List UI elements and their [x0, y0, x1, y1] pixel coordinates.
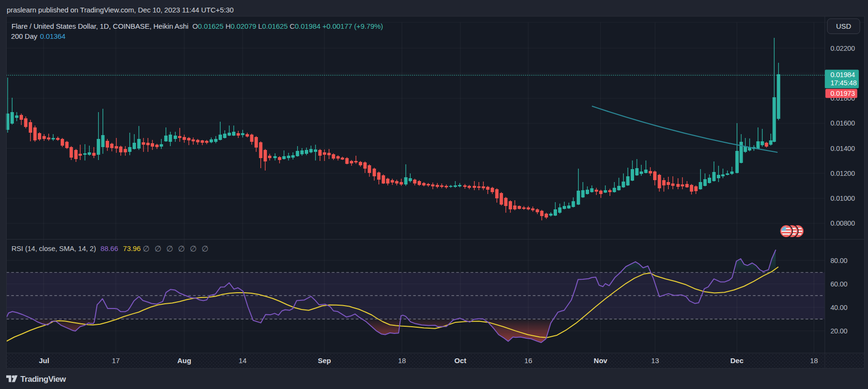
svg-text:73.96: 73.96 — [123, 245, 141, 252]
svg-text:20.00: 20.00 — [831, 327, 847, 335]
svg-text:Oct: Oct — [454, 356, 466, 365]
svg-text:Dec: Dec — [730, 356, 744, 365]
svg-text:∅: ∅ — [178, 244, 185, 253]
svg-text:O0.01625 H0.02079 L0.01625 C0.: O0.01625 H0.02079 L0.01625 C0.01984 +0.0… — [192, 22, 383, 30]
svg-text:Sep: Sep — [318, 356, 331, 365]
svg-text:0.01200: 0.01200 — [831, 170, 855, 177]
svg-text:0.01973: 0.01973 — [831, 90, 855, 97]
svg-text:14: 14 — [239, 356, 247, 365]
svg-text:Nov: Nov — [594, 356, 608, 365]
svg-text:Aug: Aug — [177, 356, 191, 365]
svg-text:0.01000: 0.01000 — [831, 194, 855, 202]
svg-text:0.02200: 0.02200 — [831, 45, 855, 52]
svg-text:∅: ∅ — [155, 244, 161, 253]
svg-text:17: 17 — [112, 356, 120, 365]
svg-text:80.00: 80.00 — [831, 257, 847, 264]
svg-text:17:45:48: 17:45:48 — [831, 79, 857, 87]
svg-text:praslearn published on Trading: praslearn published on TradingView.com, … — [7, 6, 234, 14]
svg-text:0.01364: 0.01364 — [40, 32, 66, 40]
svg-text:∅: ∅ — [143, 244, 149, 253]
svg-text:88.66: 88.66 — [100, 245, 118, 252]
svg-text:USD: USD — [836, 22, 851, 30]
svg-text:RSI (14, close, SMA, 14, 2): RSI (14, close, SMA, 14, 2) — [11, 245, 96, 252]
svg-text:0.01984: 0.01984 — [831, 71, 855, 79]
svg-text:TradingView: TradingView — [21, 374, 67, 384]
svg-text:16: 16 — [524, 356, 533, 365]
svg-text:Flare / United States Dollar,: Flare / United States Dollar, 1D, COINBA… — [11, 22, 189, 30]
svg-text:18: 18 — [810, 356, 818, 365]
svg-text:13: 13 — [651, 356, 659, 365]
svg-text:18: 18 — [398, 356, 406, 365]
svg-text:40.00: 40.00 — [831, 304, 847, 311]
svg-text:Jul: Jul — [39, 356, 49, 365]
svg-text:∅: ∅ — [190, 244, 197, 253]
svg-text:60.00: 60.00 — [831, 280, 847, 288]
svg-text:0.01600: 0.01600 — [831, 119, 855, 127]
svg-text:0.00800: 0.00800 — [831, 219, 855, 227]
svg-text:0.01400: 0.01400 — [831, 145, 855, 152]
svg-text:∅: ∅ — [167, 244, 173, 253]
svg-text:∅: ∅ — [201, 244, 208, 253]
svg-text:200 Day: 200 Day — [11, 32, 37, 40]
